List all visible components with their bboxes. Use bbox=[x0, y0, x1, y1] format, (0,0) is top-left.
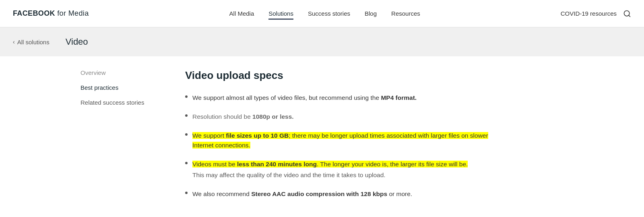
bullet-dot-icon bbox=[185, 192, 188, 194]
nav-right-section: COVID-19 resources bbox=[561, 10, 631, 18]
list-item: Videos must be less than 240 minutes lon… bbox=[185, 159, 499, 180]
bullet-text-4: Videos must be less than 240 minutes lon… bbox=[192, 159, 499, 180]
bullet-text-2: Resolution should be 1080p or less. bbox=[192, 112, 499, 122]
bullet-text-3: We support file sizes up to 10 GB; there… bbox=[192, 131, 499, 151]
nav-item-solutions[interactable]: Solutions bbox=[268, 10, 293, 17]
resolution-text: 1080p or less. bbox=[252, 113, 294, 120]
main-layout: Overview Best practices Related success … bbox=[0, 56, 644, 217]
chevron-left-icon: ‹ bbox=[13, 39, 15, 45]
svg-line-1 bbox=[629, 15, 630, 17]
audio-compression-text: Stereo AAC audio compression with 128 kb… bbox=[251, 190, 387, 197]
top-navigation: FACEBOOK for Media All Media Solutions S… bbox=[0, 0, 644, 27]
sidebar-item-best-practices[interactable]: Best practices bbox=[80, 84, 153, 91]
nav-item-all-media[interactable]: All Media bbox=[229, 10, 254, 17]
nav-item-blog[interactable]: Blog bbox=[365, 10, 377, 17]
sidebar-item-overview[interactable]: Overview bbox=[80, 69, 153, 76]
duration-text: less than 240 minutes long bbox=[237, 161, 317, 167]
site-logo[interactable]: FACEBOOK for Media bbox=[13, 9, 89, 18]
bullet-text-5: We also recommend Stereo AAC audio compr… bbox=[192, 189, 499, 199]
nav-links-list: All Media Solutions Success stories Blog… bbox=[229, 10, 420, 17]
nav-item-success-stories[interactable]: Success stories bbox=[308, 10, 350, 17]
sidebar: Overview Best practices Related success … bbox=[80, 69, 153, 208]
search-icon bbox=[623, 10, 631, 18]
file-size-text: file sizes up to 10 GB bbox=[226, 132, 289, 139]
covid-resources-link[interactable]: COVID-19 resources bbox=[561, 10, 617, 17]
mp4-format-text: MP4 format. bbox=[381, 94, 417, 101]
breadcrumb-back-label: All solutions bbox=[17, 39, 50, 45]
bullet-sub-text-4: This may affect the quality of the video… bbox=[192, 170, 499, 180]
list-item: We support almost all types of video fil… bbox=[185, 93, 499, 103]
logo-facebook: FACEBOOK bbox=[13, 9, 55, 17]
specs-list: We support almost all types of video fil… bbox=[185, 93, 499, 199]
bullet-dot-icon bbox=[185, 133, 188, 136]
sidebar-item-related-success[interactable]: Related success stories bbox=[80, 99, 153, 106]
bullet-dot-icon bbox=[185, 114, 188, 117]
search-button[interactable] bbox=[623, 10, 631, 18]
breadcrumb-back-link[interactable]: ‹ All solutions bbox=[13, 39, 50, 45]
bullet-dot-icon bbox=[185, 95, 188, 98]
highlight-block-4: Videos must be less than 240 minutes lon… bbox=[192, 161, 468, 167]
content-title: Video upload specs bbox=[185, 69, 499, 82]
highlight-block-3: We support file sizes up to 10 GB; there… bbox=[192, 132, 488, 149]
breadcrumb-banner: ‹ All solutions Video bbox=[0, 27, 644, 56]
list-item: We support file sizes up to 10 GB; there… bbox=[185, 131, 499, 151]
bullet-dot-icon bbox=[185, 162, 188, 164]
bullet-text-1: We support almost all types of video fil… bbox=[192, 93, 499, 103]
main-content: Video upload specs We support almost all… bbox=[185, 69, 499, 208]
nav-item-resources[interactable]: Resources bbox=[391, 10, 420, 17]
list-item: We also recommend Stereo AAC audio compr… bbox=[185, 189, 499, 199]
breadcrumb-current-page: Video bbox=[66, 37, 88, 47]
list-item: Resolution should be 1080p or less. bbox=[185, 112, 499, 122]
logo-for-media: for Media bbox=[55, 9, 89, 17]
